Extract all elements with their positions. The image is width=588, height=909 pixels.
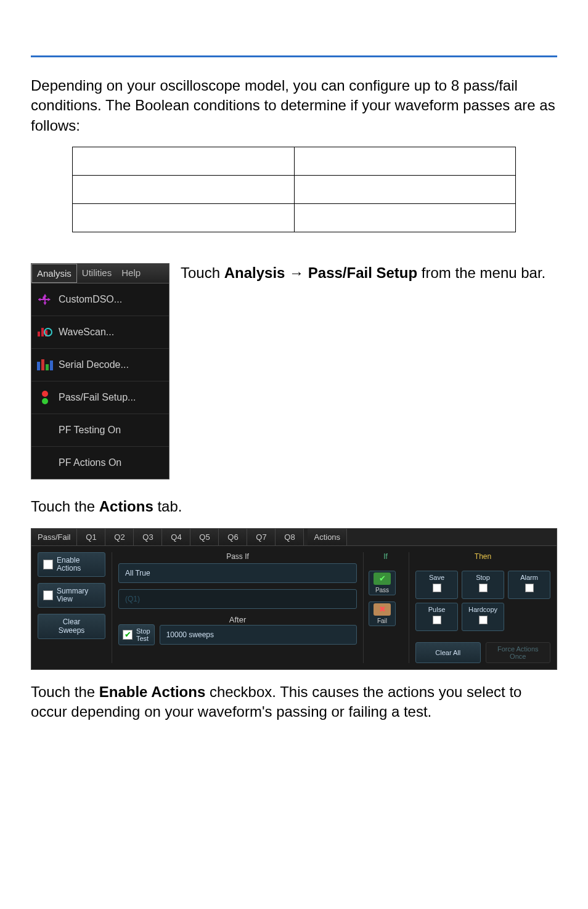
then-save-checkbox[interactable]: Save (415, 571, 458, 599)
checkbox-icon (43, 560, 53, 569)
page-rule (31, 55, 557, 57)
tab-passfail[interactable]: Pass/Fail (31, 529, 77, 545)
menu-tab-utilities[interactable]: Utilities (77, 264, 116, 283)
pass-check-icon: ✔ (374, 573, 391, 585)
enable-actions-checkbox[interactable]: Enable Actions (38, 552, 105, 577)
table-row (73, 176, 516, 204)
passif-label: Pass If (118, 552, 357, 561)
intro-paragraph: Depending on your oscilloscope model, yo… (31, 76, 557, 136)
after-label: After (118, 615, 357, 624)
summary-view-checkbox[interactable]: Summary View (38, 583, 105, 608)
menu-titlebar: Analysis Utilities Help (31, 264, 169, 283)
menu-item-passfailsetup[interactable]: Pass/Fail Setup... (31, 381, 169, 414)
wavescan-icon (38, 325, 52, 340)
blank-icon (38, 423, 52, 438)
blank-icon (38, 455, 52, 470)
table-row (73, 204, 516, 232)
tab-q6[interactable]: Q6 (219, 529, 247, 545)
menu-item-label: WaveScan... (59, 327, 114, 338)
menu-tab-help[interactable]: Help (116, 264, 145, 283)
menu-item-serialdecode[interactable]: Serial Decode... (31, 349, 169, 381)
serialdecode-icon (38, 357, 52, 372)
menu-item-label: Serial Decode... (59, 359, 129, 370)
clear-sweeps-button[interactable]: Clear Sweeps (38, 614, 105, 638)
tab-q2[interactable]: Q2 (105, 529, 134, 545)
menu-item-label: CustomDSO... (59, 294, 122, 305)
menu-item-label: PF Testing On (59, 425, 121, 436)
then-alarm-checkbox[interactable]: Alarm (508, 571, 550, 599)
checkbox-icon (525, 584, 534, 592)
tab-q1[interactable]: Q1 (77, 529, 105, 545)
passif-condition-field[interactable]: All True (118, 563, 357, 583)
fail-x-icon: ✖ (374, 603, 391, 616)
stop-test-checkbox[interactable]: ✔ Stop Test (118, 624, 155, 645)
customdso-icon (38, 292, 52, 307)
menu-item-customdso[interactable]: CustomDSO... (31, 283, 169, 316)
tab-q3[interactable]: Q3 (134, 529, 162, 545)
checkbox-checked-icon: ✔ (123, 630, 133, 640)
actions-tab-instruction: Touch the Actions tab. (31, 497, 557, 516)
checkbox-icon (433, 584, 441, 592)
passfail-panel: Pass/Fail Q1 Q2 Q3 Q4 Q5 Q6 Q7 Q8 Action… (31, 528, 557, 670)
tab-q8[interactable]: Q8 (276, 529, 304, 545)
menu-item-pftestingon[interactable]: PF Testing On (31, 414, 169, 447)
menu-tab-analysis[interactable]: Analysis (31, 264, 77, 283)
arrow-icon: → (285, 264, 308, 281)
if-fail-button[interactable]: ✖ Fail (369, 601, 396, 626)
then-stop-checkbox[interactable]: Stop (462, 571, 504, 599)
checkbox-icon (479, 616, 488, 624)
tab-q4[interactable]: Q4 (162, 529, 190, 545)
menu-instruction: Touch Analysis → Pass/Fail Setup from th… (181, 263, 545, 283)
tab-q5[interactable]: Q5 (190, 529, 219, 545)
checkbox-icon (479, 584, 488, 592)
tab-q7[interactable]: Q7 (247, 529, 276, 545)
passfail-icon (38, 390, 52, 405)
clear-all-button[interactable]: Clear All (415, 642, 481, 663)
menu-item-wavescan[interactable]: WaveScan... (31, 316, 169, 349)
table-row (73, 147, 516, 176)
tab-actions[interactable]: Actions (308, 529, 347, 545)
then-hardcopy-checkbox[interactable]: Hardcopy (462, 603, 504, 631)
q1-expression-field[interactable]: (Q1) (118, 589, 357, 609)
if-label: If (369, 552, 402, 561)
analysis-menu-panel: Analysis Utilities Help CustomDSO... Wav… (31, 263, 169, 479)
closing-paragraph: Touch the Enable Actions checkbox. This … (31, 682, 557, 722)
sweeps-count-field[interactable]: 10000 sweeps (160, 625, 357, 645)
passfail-tabs: Pass/Fail Q1 Q2 Q3 Q4 Q5 Q6 Q7 Q8 Action… (31, 529, 557, 546)
then-label: Then (415, 552, 550, 561)
force-actions-once-button[interactable]: Force Actions Once (486, 642, 551, 663)
if-pass-button[interactable]: ✔ Pass (369, 571, 396, 595)
then-pulse-checkbox[interactable]: Pulse (415, 603, 458, 631)
menu-item-label: PF Actions On (59, 457, 121, 468)
checkbox-icon (433, 616, 441, 624)
menu-item-label: Pass/Fail Setup... (59, 392, 136, 403)
menu-item-pfactionson[interactable]: PF Actions On (31, 447, 169, 479)
checkbox-icon (43, 590, 53, 600)
conditions-table (72, 147, 516, 232)
